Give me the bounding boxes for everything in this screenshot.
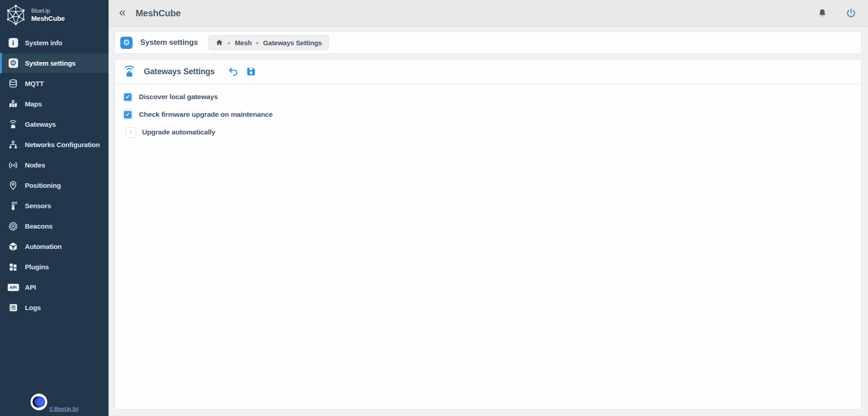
breadcrumb-separator-icon: ▸ [228, 40, 230, 45]
beacon-icon [7, 221, 19, 232]
breadcrumb-separator-icon: ▸ [256, 40, 259, 45]
checkbox-check-firmware-upgrade[interactable]: ✓ [123, 110, 133, 120]
gear-square-icon: ⚙ [7, 58, 19, 69]
gateways-settings-panel: Gateways Settings [114, 59, 862, 410]
checkbox-label: Check firmware upgrade on maintenance [139, 110, 273, 119]
checkbox-row: ✓ Check firmware upgrade on maintenance [123, 108, 854, 121]
notifications-button[interactable] [817, 8, 827, 18]
sidebar-item-logs[interactable]: Logs [0, 297, 109, 318]
blueup-logo-icon [30, 393, 47, 411]
undo-icon [228, 66, 239, 77]
sidebar: BlueUp MeshCube i System info ⚙ System s… [0, 0, 109, 416]
breadcrumb-item-gateways-settings: Gateways Settings [263, 39, 322, 47]
plugins-grid-icon [7, 262, 19, 273]
mesh-logo-icon [5, 5, 26, 25]
checkbox-row: ✓ Discover local gateways [123, 91, 854, 103]
logout-power-button[interactable] [845, 8, 857, 19]
checkbox-upgrade-automatically: ✓ [126, 127, 136, 138]
breadcrumb-item-mesh[interactable]: Mesh [235, 39, 252, 47]
sidebar-item-beacons[interactable]: Beacons [0, 216, 109, 236]
sidebar-footer: © BlueUp Srl [0, 393, 109, 412]
thermometer-icon [7, 201, 19, 211]
sidebar-item-sensors[interactable]: Sensors [0, 196, 109, 216]
panel-header: Gateways Settings [115, 59, 861, 84]
main-area: « MeshCube [109, 0, 868, 416]
breadcrumb-bar: ⚙ System settings ▸ Mesh ▸ Gateways Sett… [114, 31, 862, 54]
sidebar-item-system-settings[interactable]: ⚙ System settings [0, 53, 109, 73]
save-floppy-icon [246, 66, 256, 77]
brand-title: BlueUp [31, 7, 65, 14]
home-icon[interactable] [215, 38, 223, 47]
sidebar-item-maps[interactable]: Maps [0, 94, 109, 114]
section-title: System settings [140, 38, 198, 47]
sidebar-item-api[interactable]: API API [0, 277, 109, 297]
collapse-sidebar-button[interactable]: « [119, 6, 126, 19]
sidebar-item-system-info[interactable]: i System info [0, 33, 109, 53]
save-button[interactable] [246, 66, 256, 77]
sidebar-item-networks-configuration[interactable]: Networks Configuration [0, 134, 109, 155]
checkmark-icon: ✓ [124, 111, 132, 119]
panel-body: ✓ Discover local gateways ✓ Check firmwa… [115, 84, 861, 150]
content: ⚙ System settings ▸ Mesh ▸ Gateways Sett… [109, 27, 868, 416]
brand-subtitle: MeshCube [31, 14, 65, 23]
nodes-icon [7, 160, 19, 171]
undo-button[interactable] [228, 66, 239, 77]
checkmark-icon: ✓ [127, 129, 135, 136]
app-root: BlueUp MeshCube i System info ⚙ System s… [0, 0, 868, 416]
checkmark-icon: ✓ [124, 93, 132, 101]
section-gear-icon: ⚙ [120, 37, 133, 49]
automation-box-icon [7, 241, 19, 252]
checkbox-label: Upgrade automatically [142, 128, 215, 136]
sidebar-item-nodes[interactable]: Nodes [0, 155, 109, 175]
gateway-icon [7, 119, 19, 130]
gateway-icon [123, 65, 136, 78]
checkbox-label: Discover local gateways [139, 93, 218, 101]
info-square-icon: i [7, 38, 19, 48]
sidebar-item-plugins[interactable]: Plugins [0, 257, 109, 277]
topbar: « MeshCube [109, 0, 868, 27]
bell-icon [817, 8, 827, 18]
power-icon [845, 8, 857, 19]
checkbox-discover-local-gateways[interactable]: ✓ [123, 92, 133, 102]
map-icon [7, 99, 19, 110]
breadcrumb: ▸ Mesh ▸ Gateways Settings [209, 35, 328, 50]
sidebar-item-gateways[interactable]: Gateways [0, 114, 109, 134]
sidebar-item-automation[interactable]: Automation [0, 236, 109, 257]
checkbox-row: ✓ Upgrade automatically [126, 126, 854, 139]
network-icon [7, 139, 19, 150]
sidebar-item-positioning[interactable]: Positioning [0, 175, 109, 196]
sidebar-nav: i System info ⚙ System settings [0, 33, 109, 416]
api-icon: API [7, 282, 19, 293]
panel-title: Gateways Settings [144, 67, 215, 77]
logs-icon [7, 302, 19, 313]
database-icon [7, 78, 19, 89]
sidebar-item-mqtt[interactable]: MQTT [0, 73, 109, 94]
page-title: MeshCube [136, 8, 181, 19]
location-pin-icon [7, 180, 19, 191]
copyright-link[interactable]: © BlueUp Srl [49, 406, 78, 411]
brand: BlueUp MeshCube [0, 0, 109, 30]
